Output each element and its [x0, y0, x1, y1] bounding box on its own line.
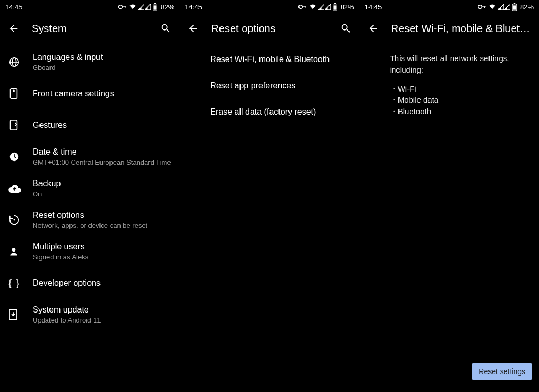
- status-time: 14:45: [5, 3, 23, 11]
- item-date-time[interactable]: Date & time GMT+01:00 Central European S…: [0, 141, 179, 173]
- status-icons: 82%: [478, 3, 534, 11]
- status-bar: 14:45 82%: [179, 0, 359, 14]
- status-time: 14:45: [185, 3, 202, 11]
- item-factory-reset[interactable]: Erase all data (factory reset): [179, 99, 359, 125]
- reset-settings-button[interactable]: Reset settings: [472, 363, 532, 380]
- vpn-key-icon: [478, 4, 486, 9]
- vpn-key-icon: [118, 4, 127, 9]
- screen-reset-network: 14:45 82% Reset Wi-Fi, mobile &: [360, 0, 539, 392]
- page-title: Reset options: [204, 23, 335, 35]
- svg-rect-22: [333, 5, 336, 9]
- wifi-icon: [309, 4, 316, 10]
- svg-rect-1: [122, 6, 126, 7]
- svg-point-12: [15, 98, 16, 99]
- reset-icon: [5, 214, 33, 226]
- search-button[interactable]: [335, 18, 356, 39]
- cloud-upload-icon: [5, 184, 33, 193]
- page-title: System: [24, 23, 155, 35]
- status-bar: 14:45 82%: [360, 0, 539, 14]
- user-icon: [5, 246, 33, 257]
- vpn-key-icon: [298, 4, 307, 9]
- app-bar: Reset Wi-Fi, mobile & Blueto…: [360, 14, 539, 43]
- svg-rect-26: [484, 6, 485, 8]
- item-sub: GMT+01:00 Central European Standard Time: [33, 158, 171, 167]
- svg-point-16: [12, 248, 16, 252]
- item-title: System update: [33, 305, 171, 315]
- status-icons: 82%: [118, 3, 174, 11]
- svg-rect-5: [154, 3, 156, 4]
- svg-rect-19: [302, 6, 306, 7]
- back-button[interactable]: [183, 18, 204, 39]
- braces-icon: { }: [5, 278, 33, 289]
- item-title: Date & time: [33, 147, 171, 157]
- status-time: 14:45: [365, 3, 382, 11]
- bullet-bluetooth: Bluetooth: [390, 106, 526, 117]
- item-sub: Updated to Android 11: [33, 316, 171, 325]
- signal-icon-2: [504, 4, 510, 10]
- svg-rect-23: [334, 3, 336, 4]
- search-button[interactable]: [155, 18, 176, 39]
- item-title: Developer options: [33, 278, 171, 288]
- battery-icon: [153, 3, 157, 11]
- svg-point-18: [298, 5, 302, 9]
- item-front-camera[interactable]: Front camera settings: [0, 78, 179, 109]
- item-title: Backup: [33, 178, 171, 189]
- app-bar: Reset options: [179, 14, 359, 43]
- svg-rect-20: [305, 6, 305, 8]
- front-camera-icon: [5, 88, 33, 99]
- status-icons: 82%: [298, 3, 354, 11]
- settings-list: Languages & input Gboard Front camera se…: [0, 43, 179, 392]
- battery-icon: [333, 3, 337, 11]
- system-update-icon: [5, 308, 33, 321]
- wifi-icon: [129, 4, 136, 10]
- item-reset-network[interactable]: Reset Wi-Fi, mobile & Bluetooth: [179, 46, 359, 73]
- svg-point-24: [478, 5, 482, 9]
- battery-text: 82%: [161, 3, 174, 11]
- battery-icon: [512, 3, 517, 11]
- item-title: Gestures: [33, 120, 171, 130]
- svg-point-11: [11, 98, 12, 99]
- item-system-update[interactable]: System update Updated to Android 11: [0, 299, 179, 330]
- battery-text: 82%: [341, 3, 354, 11]
- screen-system: 14:45 82%: [0, 0, 179, 392]
- signal-icon-2: [145, 4, 151, 10]
- item-reset-app-prefs[interactable]: Reset app preferences: [179, 73, 359, 99]
- item-multiple-users[interactable]: Multiple users Signed in as Aleks: [0, 236, 179, 267]
- signal-icon-2: [325, 4, 331, 10]
- svg-point-0: [119, 5, 123, 9]
- item-languages-input[interactable]: Languages & input Gboard: [0, 46, 179, 78]
- item-sub: Signed in as Aleks: [33, 253, 171, 262]
- signal-icon-1: [318, 4, 324, 10]
- item-backup[interactable]: Backup On: [0, 173, 179, 204]
- svg-rect-28: [513, 5, 516, 9]
- item-sub: Gboard: [33, 64, 171, 72]
- reset-description: This will reset all network settings, in…: [360, 43, 539, 76]
- battery-text: 82%: [520, 3, 534, 11]
- svg-rect-25: [482, 6, 486, 7]
- bullet-wifi: Wi-Fi: [390, 83, 526, 95]
- app-bar: System: [0, 14, 179, 43]
- item-reset-options[interactable]: Reset options Network, apps, or device c…: [0, 204, 179, 236]
- item-title: Reset options: [33, 210, 171, 220]
- item-sub: Network, apps, or device can be reset: [33, 222, 171, 230]
- globe-icon: [5, 56, 33, 68]
- item-title: Front camera settings: [33, 88, 171, 99]
- svg-rect-2: [125, 6, 125, 8]
- clock-icon: [5, 151, 33, 163]
- page-title: Reset Wi-Fi, mobile & Blueto…: [384, 23, 536, 35]
- signal-icon-1: [498, 4, 504, 10]
- item-title: Languages & input: [33, 52, 171, 63]
- svg-point-15: [14, 219, 15, 221]
- item-sub: On: [33, 190, 171, 198]
- back-button[interactable]: [3, 18, 24, 39]
- item-title: Multiple users: [33, 242, 171, 252]
- status-bar: 14:45 82%: [0, 0, 179, 14]
- svg-rect-4: [154, 5, 157, 9]
- svg-point-10: [13, 90, 15, 92]
- item-developer-options[interactable]: { } Developer options: [0, 267, 179, 299]
- gestures-icon: [5, 119, 33, 131]
- signal-icon-1: [138, 4, 144, 10]
- reset-options-list: Reset Wi-Fi, mobile & Bluetooth Reset ap…: [179, 43, 359, 392]
- item-gestures[interactable]: Gestures: [0, 109, 179, 141]
- back-button[interactable]: [363, 18, 384, 39]
